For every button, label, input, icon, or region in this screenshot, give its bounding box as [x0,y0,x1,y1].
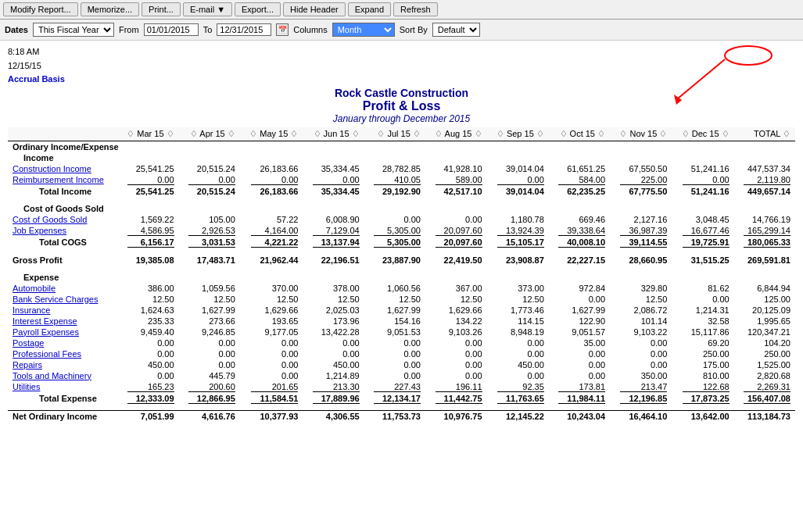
utilities-label[interactable]: Utilities [8,381,117,393]
cogs-apr15: 105.00 [179,214,240,225]
post-apr15: 0.00 [179,337,240,348]
rep-may15: 0.00 [240,359,303,370]
expand-button[interactable]: Expand [348,2,391,16]
email-button[interactable]: E-mail ▼ [183,2,232,16]
ins-oct15: 1,627.99 [549,305,610,316]
col-mar15[interactable]: ♢ Mar 15 ♢ [117,127,179,141]
pf-total: 250.00 [734,348,795,359]
ti-jun15: 35,334.45 [303,186,364,197]
from-date-input[interactable] [144,23,199,36]
toolbar: Modify Report... Memorize... Print... E-… [0,0,803,20]
col-jul15[interactable]: ♢ Jul 15 ♢ [364,127,425,141]
tcogs-mar15: 6,156.17 [117,237,179,248]
export-button[interactable]: Export... [235,2,281,16]
row-job-expenses: Job Expenses 4,586.95 2,926.53 4,164.00 … [8,225,795,237]
col-nov15[interactable]: ♢ Nov 15 ♢ [610,127,672,141]
report-time: 8:18 AM [8,45,795,59]
row-insurance: Insurance 1,624.63 1,627.99 1,629.66 2,0… [8,305,795,316]
pf-sep15: 0.00 [487,348,549,359]
row-bank-charges: Bank Service Charges 12.50 12.50 12.50 1… [8,294,795,305]
sort-select[interactable]: Default [432,23,480,37]
cogs-total: 14,766.19 [734,214,795,225]
tcogs-dec15: 19,725.91 [672,237,733,248]
pf-mar15: 0.00 [117,348,179,359]
calendar-icon[interactable]: 📅 [276,23,289,36]
modify-report-button[interactable]: Modify Report... [3,2,78,16]
noi-may15: 10,377.93 [240,411,303,423]
from-label: From [119,25,139,34]
tcogs-nov15: 39,114.55 [610,237,672,248]
col-jun15[interactable]: ♢ Jun 15 ♢ [303,127,364,141]
util-apr15: 200.60 [179,381,240,393]
refresh-button[interactable]: Refresh [393,2,438,16]
ri-apr15: 0.00 [179,174,240,186]
report-period: January through December 2015 [8,113,795,124]
noi-total: 113,184.73 [734,411,795,423]
spacer-row-4 [8,405,795,411]
tcogs-may15: 4,221.22 [240,237,303,248]
util-total: 2,269.31 [734,381,795,393]
je-aug15: 20,097.60 [425,225,487,237]
ie-dec15: 32.58 [672,316,733,327]
gp-jul15: 23,887.90 [364,255,425,266]
automobile-label[interactable]: Automobile [8,283,117,294]
report-date: 12/15/15 [8,59,795,73]
columns-label: Columns [293,25,327,34]
tools-machinery-label[interactable]: Tools and Machinery [8,370,117,381]
pe-nov15: 9,103.22 [610,327,672,337]
total-cogs-label: Total COGS [8,237,117,248]
col-may15[interactable]: ♢ May 15 ♢ [240,127,303,141]
auto-sep15: 373.00 [487,283,549,294]
tm-total: 2,820.68 [734,370,795,381]
pf-oct15: 0.00 [549,348,610,359]
pf-dec15: 250.00 [672,348,733,359]
col-oct15[interactable]: ♢ Oct 15 ♢ [549,127,610,141]
postage-label[interactable]: Postage [8,337,117,348]
spacer-row-2 [8,248,795,255]
interest-expense-label[interactable]: Interest Expense [8,316,117,327]
cogs-dec15: 3,048.45 [672,214,733,225]
col-total[interactable]: TOTAL ♢ [734,127,795,141]
te-sep15: 11,763.65 [487,393,549,405]
ie-oct15: 122.90 [549,316,610,327]
ci-total: 447,537.34 [734,163,795,174]
job-expenses-label[interactable]: Job Expenses [8,225,117,237]
ti-apr15: 20,515.24 [179,186,240,197]
hide-header-button[interactable]: Hide Header [283,2,346,16]
bsc-aug15: 12.50 [425,294,487,305]
col-aug15[interactable]: ♢ Aug 15 ♢ [425,127,487,141]
ins-may15: 1,629.66 [240,305,303,316]
dates-bar: Dates This Fiscal Year From To 📅 Columns… [0,20,803,41]
print-button[interactable]: Print... [142,2,181,16]
to-date-input[interactable] [217,23,271,36]
post-aug15: 0.00 [425,337,487,348]
rep-jul15: 0.00 [364,359,425,370]
col-apr15[interactable]: ♢ Apr 15 ♢ [179,127,240,141]
construction-income-label[interactable]: Construction Income [8,163,117,174]
ins-nov15: 2,086.72 [610,305,672,316]
memorize-button[interactable]: Memorize... [81,2,139,16]
professional-fees-label[interactable]: Professional Fees [8,348,117,359]
payroll-expenses-label[interactable]: Payroll Expenses [8,327,117,337]
auto-mar15: 386.00 [117,283,179,294]
col-sep15[interactable]: ♢ Sep 15 ♢ [487,127,549,141]
ci-mar15: 25,541.25 [117,163,179,174]
cogs-mar15: 1,569.22 [117,214,179,225]
ins-jul15: 1,627.99 [364,305,425,316]
pe-dec15: 15,117.86 [672,327,733,337]
col-dec15[interactable]: ♢ Dec 15 ♢ [672,127,733,141]
reimbursement-income-label[interactable]: Reimbursement Income [8,174,117,186]
cogs-may15: 57.22 [240,214,303,225]
cogs-row-label[interactable]: Cost of Goods Sold [8,214,117,225]
gp-nov15: 28,660.95 [610,255,672,266]
te-mar15: 12,333.09 [117,393,179,405]
repairs-label[interactable]: Repairs [8,359,117,370]
te-jul15: 12,134.17 [364,393,425,405]
columns-select[interactable]: Month [332,23,395,37]
fiscal-year-select[interactable]: This Fiscal Year [33,23,114,37]
pe-apr15: 9,246.85 [179,327,240,337]
bank-charges-label[interactable]: Bank Service Charges [8,294,117,305]
insurance-label[interactable]: Insurance [8,305,117,316]
column-header-row: ♢ Mar 15 ♢ ♢ Apr 15 ♢ ♢ May 15 ♢ ♢ Jun 1… [8,127,795,141]
je-may15: 4,164.00 [240,225,303,237]
